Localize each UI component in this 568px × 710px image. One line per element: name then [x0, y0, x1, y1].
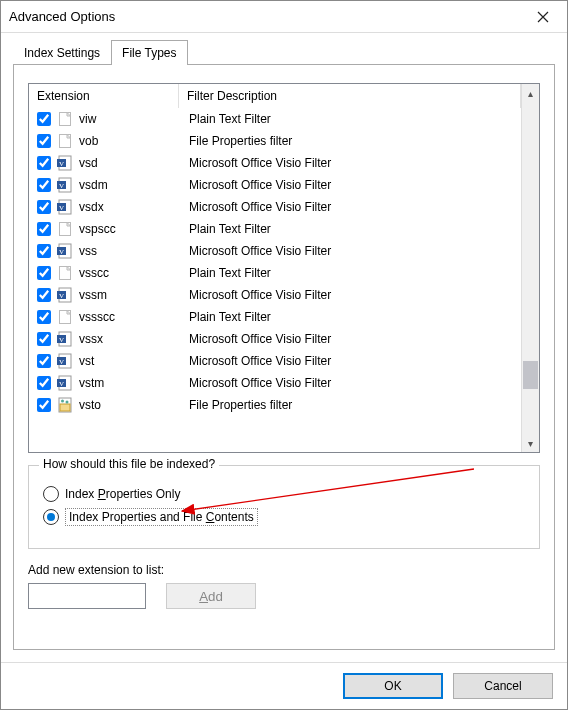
tab-index-settings[interactable]: Index Settings — [13, 40, 111, 65]
row-checkbox[interactable] — [37, 398, 51, 412]
row-checkbox[interactable] — [37, 310, 51, 324]
list-body[interactable]: Extension Filter Description viwPlain Te… — [29, 84, 521, 452]
file-type-icon: V — [57, 353, 73, 369]
filter-desc-cell: Microsoft Office Visio Filter — [189, 354, 521, 368]
extension-cell: vssx — [79, 332, 189, 346]
extension-cell: vspscc — [79, 222, 189, 236]
scroll-thumb[interactable] — [523, 361, 538, 389]
filter-desc-cell: Microsoft Office Visio Filter — [189, 156, 521, 170]
extension-cell: vob — [79, 134, 189, 148]
filter-desc-cell: Plain Text Filter — [189, 222, 521, 236]
file-type-icon: V — [57, 331, 73, 347]
file-type-icon: V — [57, 177, 73, 193]
table-row[interactable]: vstoFile Properties filter — [29, 394, 521, 416]
table-row[interactable]: vobFile Properties filter — [29, 130, 521, 152]
file-type-icon: V — [57, 155, 73, 171]
svg-rect-30 — [60, 404, 70, 411]
file-type-icon — [57, 265, 73, 281]
row-checkbox[interactable] — [37, 200, 51, 214]
svg-text:V: V — [59, 380, 64, 388]
file-type-icon — [57, 309, 73, 325]
row-checkbox[interactable] — [37, 112, 51, 126]
extension-cell: vss — [79, 244, 189, 258]
file-type-icon — [57, 221, 73, 237]
scroll-track[interactable] — [522, 102, 539, 434]
radio-label-1: Index Properties Only — [65, 487, 180, 501]
add-button[interactable]: Add — [166, 583, 256, 609]
table-row[interactable]: VvsdMicrosoft Office Visio Filter — [29, 152, 521, 174]
filter-desc-cell: File Properties filter — [189, 398, 521, 412]
row-checkbox[interactable] — [37, 178, 51, 192]
table-row[interactable]: viwPlain Text Filter — [29, 108, 521, 130]
file-type-icon: V — [57, 287, 73, 303]
row-checkbox[interactable] — [37, 376, 51, 390]
file-type-icon: V — [57, 243, 73, 259]
close-button[interactable] — [527, 3, 559, 31]
row-checkbox[interactable] — [37, 222, 51, 236]
svg-text:V: V — [59, 358, 64, 366]
cancel-button[interactable]: Cancel — [453, 673, 553, 699]
extension-cell: vsdx — [79, 200, 189, 214]
radio-properties-and-contents[interactable]: Index Properties and File Contents — [43, 508, 525, 526]
extension-cell: vsto — [79, 398, 189, 412]
extension-cell: viw — [79, 112, 189, 126]
extension-cell: vssm — [79, 288, 189, 302]
svg-text:V: V — [59, 248, 64, 256]
col-extension[interactable]: Extension — [29, 84, 179, 108]
svg-text:V: V — [59, 292, 64, 300]
table-row[interactable]: VvstmMicrosoft Office Visio Filter — [29, 372, 521, 394]
table-row[interactable]: VvssmMicrosoft Office Visio Filter — [29, 284, 521, 306]
row-checkbox[interactable] — [37, 354, 51, 368]
table-row[interactable]: VvssMicrosoft Office Visio Filter — [29, 240, 521, 262]
filter-desc-cell: Plain Text Filter — [189, 266, 521, 280]
col-filter-description[interactable]: Filter Description — [179, 84, 521, 108]
table-row[interactable]: vssccPlain Text Filter — [29, 262, 521, 284]
row-checkbox[interactable] — [37, 288, 51, 302]
filter-desc-cell: Microsoft Office Visio Filter — [189, 200, 521, 214]
table-row[interactable]: VvsdmMicrosoft Office Visio Filter — [29, 174, 521, 196]
row-checkbox[interactable] — [37, 156, 51, 170]
filter-desc-cell: Microsoft Office Visio Filter — [189, 376, 521, 390]
radio-icon — [43, 486, 59, 502]
file-type-icon — [57, 111, 73, 127]
index-mode-group: How should this file be indexed? Index P… — [28, 465, 540, 549]
filter-desc-cell: Plain Text Filter — [189, 112, 521, 126]
extension-cell: vsscc — [79, 266, 189, 280]
row-checkbox[interactable] — [37, 266, 51, 280]
dialog-window: Advanced Options Index Settings File Typ… — [0, 0, 568, 710]
file-type-icon — [57, 133, 73, 149]
close-icon — [537, 11, 549, 23]
table-row[interactable]: VvssxMicrosoft Office Visio Filter — [29, 328, 521, 350]
filter-desc-cell: Microsoft Office Visio Filter — [189, 332, 521, 346]
scrollbar[interactable]: ▴ ▾ — [521, 84, 539, 452]
filter-desc-cell: File Properties filter — [189, 134, 521, 148]
table-row[interactable]: vsssccPlain Text Filter — [29, 306, 521, 328]
tab-file-types[interactable]: File Types — [111, 40, 187, 65]
svg-text:V: V — [59, 204, 64, 212]
extension-cell: vsdm — [79, 178, 189, 192]
svg-point-32 — [66, 401, 69, 404]
row-checkbox[interactable] — [37, 134, 51, 148]
radio-properties-only[interactable]: Index Properties Only — [43, 486, 525, 502]
scroll-down-icon[interactable]: ▾ — [522, 434, 539, 452]
titlebar: Advanced Options — [1, 1, 567, 33]
content-area: Index Settings File Types Extension Filt… — [1, 33, 567, 662]
table-row[interactable]: VvsdxMicrosoft Office Visio Filter — [29, 196, 521, 218]
file-type-icon: V — [57, 375, 73, 391]
file-type-list: Extension Filter Description viwPlain Te… — [28, 83, 540, 453]
filter-desc-cell: Microsoft Office Visio Filter — [189, 244, 521, 258]
scroll-up-icon[interactable]: ▴ — [522, 84, 539, 102]
table-row[interactable]: VvstMicrosoft Office Visio Filter — [29, 350, 521, 372]
svg-text:V: V — [59, 336, 64, 344]
extension-cell: vsd — [79, 156, 189, 170]
radio-icon — [43, 509, 59, 525]
radio-label-2: Index Properties and File Contents — [65, 508, 258, 526]
row-checkbox[interactable] — [37, 244, 51, 258]
list-rows: viwPlain Text FiltervobFile Properties f… — [29, 108, 521, 416]
svg-text:V: V — [59, 182, 64, 190]
table-row[interactable]: vspsccPlain Text Filter — [29, 218, 521, 240]
row-checkbox[interactable] — [37, 332, 51, 346]
file-type-icon: V — [57, 199, 73, 215]
ok-button[interactable]: OK — [343, 673, 443, 699]
new-extension-input[interactable] — [28, 583, 146, 609]
